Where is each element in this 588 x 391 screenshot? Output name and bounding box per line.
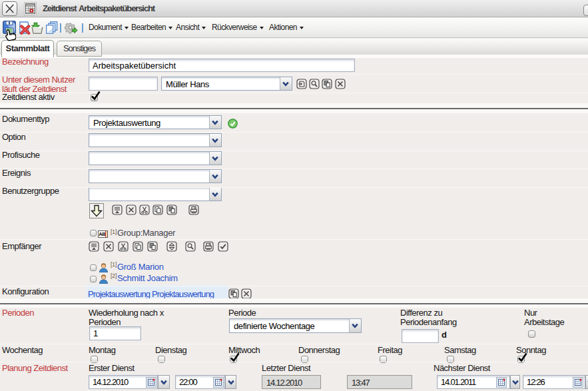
svg-text:AB: AB	[99, 231, 106, 237]
